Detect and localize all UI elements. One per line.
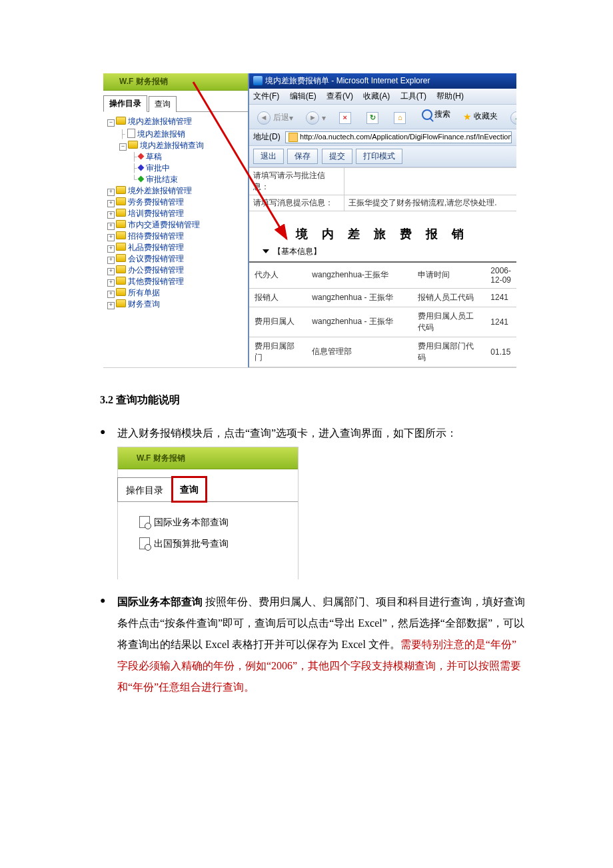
left-tabs: 操作目录 查询 xyxy=(103,91,248,112)
tree-item[interactable]: +会议费报销管理 xyxy=(107,253,248,265)
folder-icon xyxy=(116,254,126,262)
tab-query-highlighted[interactable]: 查询 xyxy=(171,476,207,503)
expand-icon[interactable]: + xyxy=(107,279,115,287)
triangle-icon xyxy=(263,249,269,253)
doc-icon xyxy=(127,129,135,138)
form-action-bar: 退出 保存 提交 打印模式 xyxy=(249,146,516,167)
menu-file[interactable]: 文件(F) xyxy=(253,91,279,101)
tree-item[interactable]: +招待费报销管理 xyxy=(107,231,248,242)
menu-tools[interactable]: 工具(T) xyxy=(400,91,426,101)
ie-title-bar: 境内差旅费报销单 - Microsoft Internet Explorer xyxy=(249,73,516,89)
forward-button[interactable]: ►▾ xyxy=(302,110,330,126)
form-title: 境 内 差 旅 费 报 销 xyxy=(249,211,516,246)
back-button[interactable]: ◄后退 ▾ xyxy=(253,110,297,126)
query-item[interactable]: 出国预算批号查询 xyxy=(139,534,298,553)
media-button[interactable]: ♫ xyxy=(506,110,516,126)
cell-label: 费用归属人员工代码 xyxy=(412,307,486,337)
paragraph: 国际业务本部查询 按照年份、费用归属人、归属部门、项目和科目进行查询，填好查询条… xyxy=(117,591,526,698)
tree-item[interactable]: +市内交通费报销管理 xyxy=(107,219,248,231)
collapse-icon[interactable]: − xyxy=(107,119,115,127)
tab-ops[interactable]: 操作目录 xyxy=(103,95,147,112)
cell-label: 代办人 xyxy=(249,263,306,289)
tab-ops[interactable]: 操作目录 xyxy=(117,477,172,502)
msg-label: 请填写请示与批注信息： xyxy=(249,168,344,195)
menu-edit[interactable]: 编辑(E) xyxy=(290,91,316,101)
folder-icon xyxy=(116,288,126,296)
menu-fav[interactable]: 收藏(A) xyxy=(363,91,390,101)
wf-title-bar: W.F 财务报销 xyxy=(103,73,248,91)
tree-item[interactable]: +其他费报销管理 xyxy=(107,276,248,287)
expand-icon[interactable]: + xyxy=(107,189,115,196)
folder-icon xyxy=(116,117,126,125)
cell-label: 申请时间 xyxy=(412,263,486,289)
basic-info-table: 代办人 wangzhenhua-王振华 申请时间 2006-12-09 报销人 … xyxy=(249,263,516,367)
msg-value[interactable] xyxy=(344,168,516,195)
folder-icon xyxy=(116,277,126,285)
submit-button[interactable]: 提交 xyxy=(322,149,352,164)
expand-icon[interactable]: + xyxy=(107,200,115,207)
tree-item[interactable]: └审批结束 xyxy=(107,174,248,185)
folder-icon xyxy=(116,220,126,228)
cell-label: 费用归属人 xyxy=(249,307,306,337)
wf-title-bar: W.F 财务报销 xyxy=(118,447,298,469)
tree-item[interactable]: +办公费报销管理 xyxy=(107,265,248,276)
paragraph: 进入财务报销模块后，点击“查询”选项卡，进入查询界面，如下图所示： xyxy=(117,427,457,439)
cell-label: 费用归属部门代码 xyxy=(412,337,486,367)
folder-icon xyxy=(116,186,126,194)
search-button[interactable]: 搜索 xyxy=(418,107,454,121)
screenshot-ie-form: W.F 财务报销 操作目录 查询 −境内差旅报销管理 ├ 境内差旅报销 −境内差… xyxy=(103,73,516,368)
tree-item[interactable]: −境内差旅报销管理 xyxy=(107,116,248,127)
favorites-button[interactable]: ★收藏夹 xyxy=(459,109,502,123)
query-list: 国际业务本部查询 出国预算批号查询 xyxy=(118,502,298,579)
expand-icon[interactable]: + xyxy=(107,245,115,253)
section-header: 【基本信息】 xyxy=(249,246,516,263)
exit-button[interactable]: 退出 xyxy=(253,149,284,164)
nav-tree: −境内差旅报销管理 ├ 境内差旅报销 −境内差旅报销查询 ├草稿 ├审批中 └审… xyxy=(103,112,248,315)
collapse-icon[interactable]: − xyxy=(119,143,127,151)
diamond-icon xyxy=(137,153,144,160)
expand-icon[interactable]: + xyxy=(107,257,115,264)
tabs: 操作目录 查询 xyxy=(118,469,298,502)
folder-icon xyxy=(116,265,126,273)
expand-icon[interactable]: + xyxy=(107,234,115,241)
print-mode-button[interactable]: 打印模式 xyxy=(356,149,402,164)
msg-value[interactable]: 王振华提交了财务报销流程,请您尽快处理. xyxy=(344,195,516,211)
search-icon xyxy=(422,109,432,120)
screenshot-query-tab: W.F 财务报销 操作目录 查询 国际业务本部查询 出国预算批号查询 xyxy=(117,447,299,579)
tree-item[interactable]: ├ 境内差旅报销 xyxy=(107,127,248,140)
address-label: 地址(D) xyxy=(253,132,281,141)
tree-item[interactable]: ├审批中 xyxy=(107,163,248,174)
expand-icon[interactable]: + xyxy=(107,211,115,219)
bullet-mark: ● xyxy=(100,591,117,698)
expand-icon[interactable]: + xyxy=(107,291,115,298)
expand-icon[interactable]: + xyxy=(107,223,115,230)
left-panel: W.F 财务报销 操作目录 查询 −境内差旅报销管理 ├ 境内差旅报销 −境内差… xyxy=(103,73,248,367)
expand-icon[interactable]: + xyxy=(107,302,115,309)
tree-item[interactable]: −境内差旅报销查询 xyxy=(107,140,248,151)
refresh-button[interactable]: ↻ xyxy=(362,111,385,125)
cell-value: 2006-12-09 xyxy=(485,263,516,289)
tab-query[interactable]: 查询 xyxy=(149,96,177,112)
tree-item[interactable]: +境外差旅报销管理 xyxy=(107,185,248,197)
menu-view[interactable]: 查看(V) xyxy=(326,91,353,101)
tree-item[interactable]: ├草稿 xyxy=(107,151,248,163)
stop-button[interactable]: × xyxy=(335,111,358,125)
query-item[interactable]: 国际业务本部查询 xyxy=(139,513,298,531)
expand-icon[interactable]: + xyxy=(107,268,115,275)
tree-item[interactable]: +所有单据 xyxy=(107,287,248,299)
tree-item[interactable]: +劳务费报销管理 xyxy=(107,197,248,208)
tree-item[interactable]: +财务查询 xyxy=(107,299,248,310)
url-input[interactable]: http://oa.nuctech.com/Application/DigiFl… xyxy=(285,131,512,143)
menu-help[interactable]: 帮助(H) xyxy=(436,91,464,101)
tree-item[interactable]: +礼品费报销管理 xyxy=(107,242,248,253)
ie-icon xyxy=(253,76,263,85)
cell-value: 信息管理部 xyxy=(306,337,412,367)
doc-search-icon xyxy=(139,516,150,528)
address-bar: 地址(D) http://oa.nuctech.com/Application/… xyxy=(249,129,516,146)
save-button[interactable]: 保存 xyxy=(287,149,318,164)
tree-item[interactable]: +培训费报销管理 xyxy=(107,208,248,219)
home-button[interactable]: ⌂ xyxy=(390,111,412,125)
bullet-item: ● 进入财务报销模块后，点击“查询”选项卡，进入查询界面，如下图所示： W.F … xyxy=(100,423,526,586)
ie-toolbar: ◄后退 ▾ ►▾ × ↻ ⌂ 搜索 ★收藏夹 ♫ ✉▾ 🖶 xyxy=(249,105,516,129)
ie-menubar: 文件(F) 编辑(E) 查看(V) 收藏(A) 工具(T) 帮助(H) xyxy=(249,89,516,105)
